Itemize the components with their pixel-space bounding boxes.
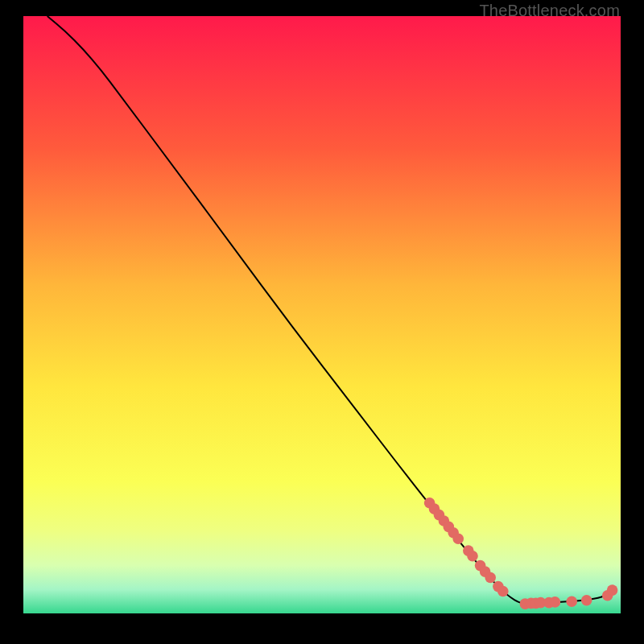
data-marker [581, 595, 592, 606]
data-marker [497, 586, 509, 597]
data-marker [550, 597, 561, 608]
gradient-background [23, 16, 621, 613]
data-marker [607, 584, 618, 596]
data-marker [452, 534, 464, 545]
data-marker [467, 551, 478, 562]
data-marker [485, 572, 496, 584]
chart-frame [23, 16, 621, 613]
data-marker [566, 596, 577, 607]
bottleneck-chart [23, 16, 621, 613]
